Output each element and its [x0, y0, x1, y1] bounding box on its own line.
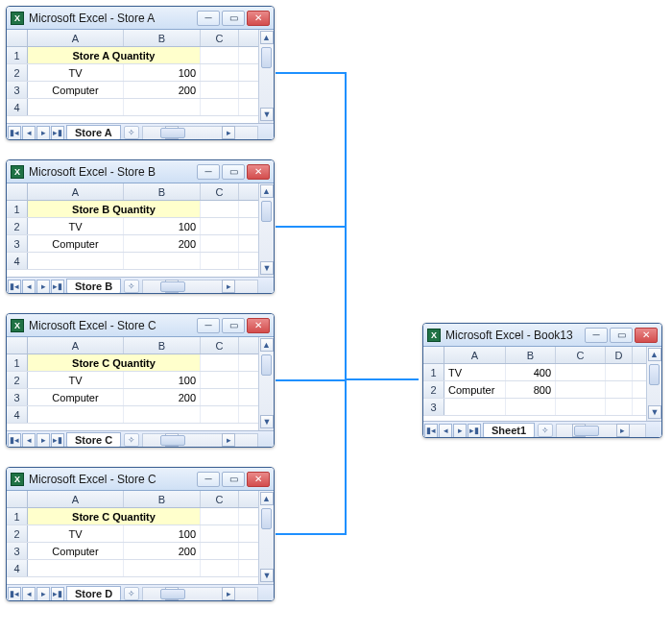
cell[interactable]	[201, 99, 239, 115]
cell[interactable]	[506, 399, 556, 415]
cell[interactable]: TV	[28, 64, 124, 81]
row-header-2[interactable]: 2	[7, 525, 28, 542]
cell[interactable]	[556, 381, 606, 398]
cell[interactable]	[201, 354, 239, 371]
tab-last-button[interactable]: ▸▮	[51, 587, 64, 601]
row-header-1[interactable]: 1	[7, 508, 28, 524]
row-header-3[interactable]: 3	[423, 399, 444, 415]
new-sheet-button[interactable]: ✧	[124, 126, 139, 139]
column-header-c[interactable]: C	[556, 347, 606, 363]
cell[interactable]	[201, 560, 239, 576]
maximize-button[interactable]: ▭	[610, 328, 633, 343]
column-header-b[interactable]: B	[506, 347, 556, 363]
new-sheet-button[interactable]: ✧	[124, 280, 139, 293]
row-header-4[interactable]: 4	[7, 253, 28, 269]
tab-next-button[interactable]: ▸	[36, 433, 50, 448]
worksheet[interactable]: A B C 1 Store C Quantity 2 TV 100 3	[7, 491, 274, 601]
worksheet[interactable]: A B C D 1 TV 400 2 Computer 800	[423, 347, 661, 438]
titlebar[interactable]: Microsoft Excel - Store A ─ ▭ ✕	[7, 7, 274, 30]
scroll-thumb[interactable]	[261, 354, 272, 376]
close-button[interactable]: ✕	[247, 164, 270, 180]
tab-first-button[interactable]: ▮◂	[8, 587, 21, 601]
scroll-thumb[interactable]	[574, 426, 599, 436]
column-header-d[interactable]: D	[606, 347, 633, 363]
column-header-c[interactable]: C	[201, 491, 239, 507]
tab-last-button[interactable]: ▸▮	[468, 424, 481, 438]
cell[interactable]: 100	[124, 218, 201, 234]
cell[interactable]	[124, 99, 201, 115]
scroll-right-icon[interactable]: ▸	[222, 587, 235, 600]
scroll-thumb[interactable]	[261, 201, 272, 222]
tab-next-button[interactable]: ▸	[453, 424, 467, 438]
row-header-2[interactable]: 2	[7, 218, 28, 234]
sheet-tab[interactable]: Sheet1	[483, 423, 535, 439]
horizontal-scrollbar[interactable]: ◂ ▸	[142, 126, 258, 140]
cell[interactable]	[124, 406, 201, 423]
cell[interactable]	[201, 218, 239, 234]
new-sheet-button[interactable]: ✧	[124, 433, 139, 447]
cell[interactable]	[201, 543, 239, 559]
cell[interactable]	[28, 560, 124, 576]
tab-first-button[interactable]: ▮◂	[8, 433, 21, 448]
titlebar[interactable]: Microsoft Excel - Store C ─ ▭ ✕	[7, 468, 274, 491]
row-header-4[interactable]: 4	[7, 406, 28, 423]
select-all-corner[interactable]	[7, 491, 28, 507]
tab-next-button[interactable]: ▸	[36, 280, 50, 294]
select-all-corner[interactable]	[423, 347, 444, 363]
tab-prev-button[interactable]: ◂	[439, 424, 452, 438]
titlebar[interactable]: Microsoft Excel - Store B ─ ▭ ✕	[7, 160, 274, 183]
row-header-1[interactable]: 1	[423, 364, 444, 380]
scroll-up-icon[interactable]: ▲	[260, 31, 274, 44]
cell[interactable]: 200	[124, 389, 201, 405]
horizontal-scrollbar[interactable]: ◂ ▸	[556, 424, 646, 438]
tab-last-button[interactable]: ▸▮	[51, 280, 64, 294]
cell[interactable]	[28, 406, 124, 423]
cell[interactable]	[444, 399, 506, 415]
cell[interactable]	[556, 399, 606, 415]
vertical-scrollbar[interactable]: ▲ ▼	[258, 183, 274, 277]
column-header-a[interactable]: A	[28, 183, 124, 200]
cell[interactable]: 200	[124, 543, 201, 559]
worksheet[interactable]: A B C 1 Store C Quantity 2 TV 100 3	[7, 337, 274, 448]
cell[interactable]	[201, 525, 239, 542]
row-header-3[interactable]: 3	[7, 543, 28, 559]
cell[interactable]	[606, 399, 633, 415]
column-header-b[interactable]: B	[124, 337, 201, 354]
cell[interactable]	[606, 364, 633, 380]
column-header-a[interactable]: A	[444, 347, 506, 363]
sheet-tab[interactable]: Store A	[66, 125, 121, 141]
cell[interactable]: TV	[444, 364, 506, 380]
cell[interactable]	[28, 253, 124, 269]
column-header-b[interactable]: B	[124, 491, 201, 507]
row-header-4[interactable]: 4	[7, 99, 28, 115]
cell[interactable]: 200	[124, 82, 201, 98]
scroll-thumb[interactable]	[160, 589, 185, 599]
cell[interactable]: Computer	[28, 389, 124, 405]
tab-first-button[interactable]: ▮◂	[8, 280, 21, 294]
sheet-tab[interactable]: Store C	[66, 432, 121, 449]
cell[interactable]: 400	[506, 364, 556, 380]
minimize-button[interactable]: ─	[197, 472, 220, 487]
scroll-thumb[interactable]	[649, 364, 660, 385]
scroll-up-icon[interactable]: ▲	[260, 338, 274, 352]
sheet-tab[interactable]: Store B	[66, 279, 121, 295]
cell[interactable]	[201, 82, 239, 98]
scroll-thumb[interactable]	[160, 281, 185, 292]
row-header-4[interactable]: 4	[7, 560, 28, 576]
scroll-right-icon[interactable]: ▸	[222, 280, 235, 293]
cell[interactable]: 100	[124, 525, 201, 542]
cell[interactable]	[201, 372, 239, 388]
titlebar[interactable]: Microsoft Excel - Store C ─ ▭ ✕	[7, 314, 274, 337]
cell[interactable]: Computer	[444, 381, 506, 398]
scroll-right-icon[interactable]: ▸	[616, 424, 630, 437]
select-all-corner[interactable]	[7, 337, 28, 354]
close-button[interactable]: ✕	[247, 11, 270, 26]
minimize-button[interactable]: ─	[585, 328, 608, 343]
tab-first-button[interactable]: ▮◂	[8, 126, 21, 140]
row-header-2[interactable]: 2	[423, 381, 444, 398]
minimize-button[interactable]: ─	[197, 11, 220, 26]
column-header-b[interactable]: B	[124, 183, 201, 200]
scroll-down-icon[interactable]: ▼	[260, 415, 274, 428]
scroll-down-icon[interactable]: ▼	[648, 405, 661, 419]
scroll-down-icon[interactable]: ▼	[260, 569, 274, 582]
